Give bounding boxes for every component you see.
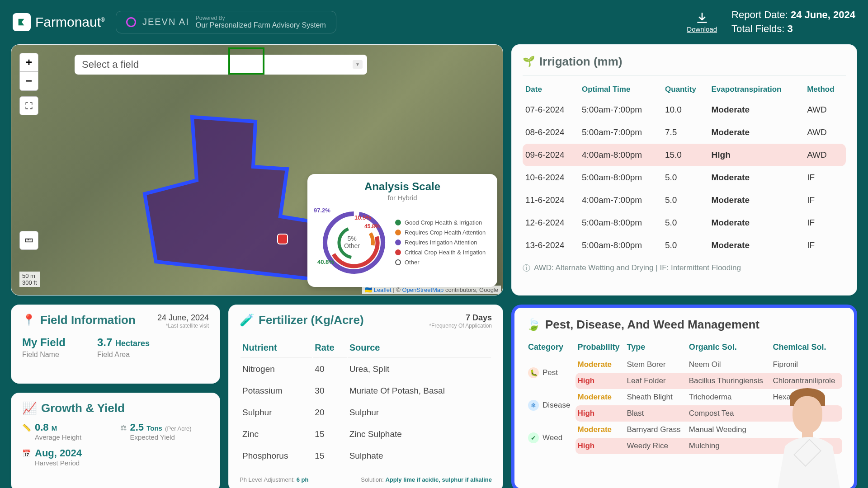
download-button[interactable]: Download — [687, 11, 717, 33]
map-marker-icon[interactable] — [278, 235, 287, 244]
brand-name: Farmonaut® — [35, 14, 105, 30]
growth-icon: 📈 — [22, 401, 37, 415]
ruler-icon: 📏 — [22, 423, 31, 432]
fertilizer-card: 🧪Fertilizer (Kg/Acre) 7 Days*Frequency O… — [228, 305, 503, 488]
analysis-subtitle: for Hybrid — [316, 194, 489, 202]
irrigation-row: 09-6-20244:00am-8:00pm15.0HighAWD — [523, 144, 846, 166]
irrigation-table: Date Optimal Time Quantity Evapotranspir… — [523, 80, 846, 257]
brand-logo: Farmonaut® — [13, 13, 105, 31]
fertilizer-row: Nitrogen40Urea, Split — [241, 359, 491, 380]
report-meta: Report Date: 24 June, 2024 Total Fields:… — [731, 8, 855, 36]
irrigation-row: 07-6-20245:00am-7:00pm10.0ModerateAWD — [523, 99, 846, 121]
map-attribution: 🇺🇦 Leaflet | © OpenStreetMap contributor… — [362, 286, 501, 294]
fertilizer-row: Zinc15Zinc Sulphate — [241, 424, 491, 445]
leaf-icon: 🍃 — [526, 318, 541, 332]
fertilizer-row: Sulphur20Sulphur — [241, 402, 491, 423]
jeevn-subtitle: Our Personalized Farm Advisory System — [196, 21, 326, 29]
pest-row: 🐛PestModerateStem BorerNeem OilFipronil — [526, 357, 842, 373]
location-pin-icon: 📍 — [22, 314, 36, 326]
irrigation-row: 11-6-20244:00am-7:00pm5.0ModerateIF — [523, 189, 846, 211]
jeevn-badge: JEEVN AI Powered By Our Personalized Far… — [116, 11, 336, 33]
pest-management-card: 🍃Pest, Disease, And Weed Management Cate… — [511, 305, 857, 488]
field-select-dropdown[interactable]: Select a field — [75, 55, 367, 75]
growth-yield-card: 📈Growth & Yield 📏0.8 MAverage Height ⚖2.… — [11, 393, 220, 488]
irrigation-footnote: AWD: Alternate Wetting and Drying | IF: … — [523, 263, 846, 273]
irrigation-card: 🌱 Irrigation (mm) Date Optimal Time Quan… — [511, 44, 857, 296]
fertilizer-row: Potassium30Muriate Of Potash, Basal — [241, 380, 491, 401]
irrigation-row: 12-6-20245:00am-8:00pm5.0ModerateIF — [523, 211, 846, 234]
calendar-icon: 📅 — [22, 449, 31, 458]
measure-button[interactable] — [19, 231, 38, 250]
fertilizer-table: NutrientRateSource Nitrogen40Urea, Split… — [240, 337, 492, 467]
analysis-donut-chart: 97.2% 10.5% 45.8% 40.8% 5%Other — [316, 204, 392, 281]
zoom-out-button[interactable]: − — [19, 72, 38, 91]
irrigation-row: 10-6-20245:00am-8:00pm5.0ModerateIF — [523, 166, 846, 189]
irrigation-title: Irrigation (mm) — [539, 55, 622, 69]
jeevn-icon — [126, 17, 136, 27]
app-header: Farmonaut® JEEVN AI Powered By Our Perso… — [0, 0, 868, 44]
pest-row: ✔WeedModerateBarnyard GrassManual Weedin… — [526, 422, 842, 438]
jeevn-label: JEEVN AI — [142, 17, 189, 27]
analysis-scale-card: Analysis Scale for Hybrid 97.2% 10.5% 45… — [307, 174, 497, 287]
irrigation-row: 08-6-20245:00am-7:00pm7.5ModerateAWD — [523, 121, 846, 144]
aux-field-outline — [228, 47, 264, 75]
yield-icon: ⚖ — [120, 423, 127, 432]
map-panel[interactable]: + − Select a field Analysis Scale for Hy… — [11, 44, 503, 296]
irrigation-icon: 🌱 — [523, 56, 535, 67]
flask-icon: 🧪 — [240, 313, 254, 327]
fullscreen-button[interactable] — [19, 96, 38, 115]
field-info-card: 📍Field Information 24 June, 2024*Last sa… — [11, 305, 220, 384]
fertilizer-row: Phosphorus15Sulphate — [241, 446, 491, 466]
brand-mark-icon — [13, 13, 31, 31]
download-icon — [695, 11, 709, 25]
irrigation-row: 13-6-20245:00am-8:00pm5.0ModerateIF — [523, 234, 846, 257]
pest-table: Category Probability Type Organic Sol. C… — [526, 338, 842, 454]
jeevn-powered-by: Powered By — [196, 15, 326, 21]
map-scale-bar: 50 m300 ft — [19, 272, 40, 287]
analysis-title: Analysis Scale — [316, 180, 489, 193]
analysis-legend: Good Crop Health & IrrigationRequires Cr… — [395, 216, 489, 269]
zoom-in-button[interactable]: + — [19, 53, 38, 72]
pest-row: ❄DiseaseModerateSheath BlightTrichoderma… — [526, 389, 842, 405]
